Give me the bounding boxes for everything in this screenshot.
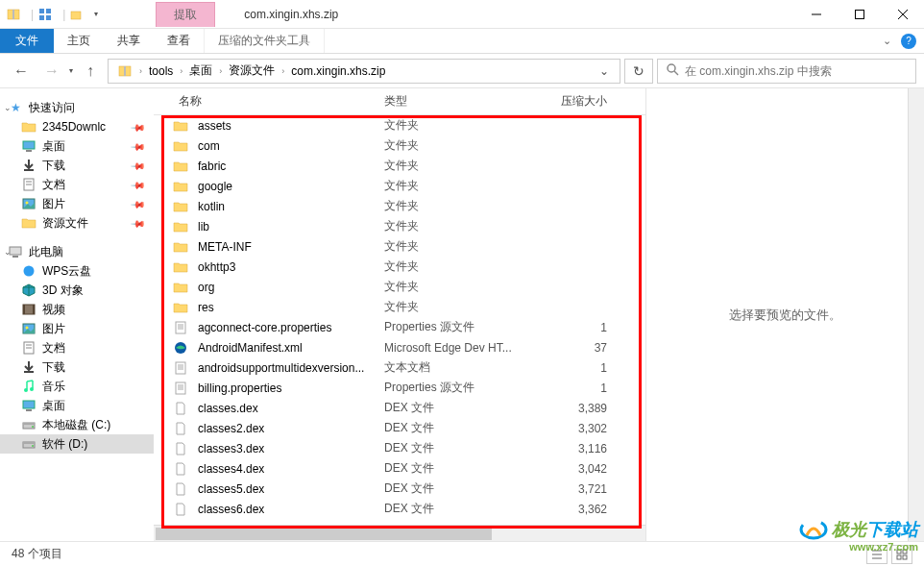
file-row[interactable]: billing.propertiesProperties 源文件1 (154, 378, 645, 398)
file-row[interactable]: assets文件夹 (154, 115, 645, 135)
chevron-right-icon[interactable]: › (137, 66, 144, 76)
chevron-right-icon[interactable]: › (178, 66, 184, 76)
file-menu[interactable]: 文件 (0, 29, 54, 53)
file-name: classes5.dex (198, 482, 384, 496)
sidebar-quick-item[interactable]: 资源文件📌 (0, 213, 154, 233)
breadcrumb-desktop[interactable]: 桌面 (184, 60, 217, 83)
breadcrumb-tools[interactable]: tools (144, 60, 178, 83)
folder-icon (173, 280, 188, 295)
file-icon (173, 441, 188, 456)
chevron-right-icon[interactable]: › (280, 66, 286, 76)
ribbon-bar: 文件 主页 共享 查看 压缩的文件夹工具 ⌄ ? (0, 29, 924, 54)
sidebar-item-label: 文档 (42, 340, 144, 357)
sidebar-item-label: 下载 (42, 359, 144, 376)
minimize-button[interactable] (794, 0, 838, 29)
ribbon-expand-icon[interactable]: ⌄ (883, 35, 891, 47)
file-row[interactable]: google文件夹 (154, 176, 645, 196)
ribbon-tab-home[interactable]: 主页 (54, 29, 104, 53)
refresh-button[interactable]: ↻ (624, 59, 653, 84)
sidebar-pc-item[interactable]: 音乐 (0, 377, 154, 396)
new-folder-icon[interactable] (69, 7, 85, 22)
sidebar-pc-item[interactable]: 下载 (0, 357, 154, 377)
file-row[interactable]: classes4.dexDEX 文件3,042 (154, 458, 645, 479)
file-list[interactable]: assets文件夹com文件夹fabric文件夹google文件夹kotlin文… (154, 115, 645, 525)
file-row[interactable]: classes6.dexDEX 文件3,362 (154, 499, 645, 519)
file-row[interactable]: META-INF文件夹 (154, 236, 645, 257)
sidebar-quick-item[interactable]: 桌面📌 (0, 136, 154, 156)
icons-view-button[interactable] (891, 545, 912, 564)
file-row[interactable]: classes3.dexDEX 文件3,116 (154, 438, 645, 458)
file-type: DEX 文件 (384, 400, 547, 416)
maximize-button[interactable] (838, 0, 881, 29)
qat-dropdown-icon[interactable]: ▾ (94, 10, 98, 18)
sidebar-item-label: 桌面 (42, 398, 144, 414)
properties-icon[interactable] (37, 7, 53, 22)
horizontal-scrollbar[interactable] (154, 525, 645, 541)
back-button[interactable]: ← (8, 58, 35, 85)
sidebar-quick-item[interactable]: 下载📌 (0, 156, 154, 175)
forward-button[interactable]: → (38, 58, 65, 85)
ribbon-tab-view[interactable]: 查看 (154, 29, 204, 53)
svg-rect-42 (176, 322, 185, 333)
address-root-icon[interactable] (112, 60, 137, 83)
file-row[interactable]: res文件夹 (154, 297, 645, 317)
history-dropdown-icon[interactable]: ▾ (69, 66, 73, 75)
expand-icon[interactable]: ⌄ (4, 103, 12, 112)
quick-access-header[interactable]: ⌄ ★ 快速访问 (0, 98, 154, 117)
preview-scrollbar[interactable] (908, 88, 924, 541)
search-input[interactable] (685, 64, 908, 78)
ribbon-tab-compress-tools[interactable]: 压缩的文件夹工具 (204, 29, 325, 53)
file-row[interactable]: com文件夹 (154, 135, 645, 156)
sidebar-pc-item[interactable]: 本地磁盘 (C:) (0, 415, 154, 434)
close-button[interactable] (881, 0, 924, 29)
file-row[interactable]: agconnect-core.propertiesProperties 源文件1 (154, 317, 645, 337)
scrollbar-thumb[interactable] (156, 528, 492, 540)
file-row[interactable]: AndroidManifest.xmlMicrosoft Edge Dev HT… (154, 337, 645, 357)
up-button[interactable]: ↑ (77, 58, 104, 85)
sidebar-pc-item[interactable]: WPS云盘 (0, 261, 154, 281)
column-name[interactable]: 名称 (173, 93, 384, 110)
chevron-right-icon[interactable]: › (217, 66, 224, 76)
address-bar[interactable]: › tools › 桌面 › 资源文件 › com.xingin.xhs.zip… (108, 59, 620, 84)
column-headers: 名称 类型 压缩大小 (154, 88, 645, 115)
file-type: 文件夹 (384, 117, 547, 134)
sidebar-quick-item[interactable]: 图片📌 (0, 194, 154, 213)
file-row[interactable]: classes2.dexDEX 文件3,302 (154, 418, 645, 438)
file-row[interactable]: classes5.dexDEX 文件3,721 (154, 479, 645, 499)
file-row[interactable]: kotlin文件夹 (154, 196, 645, 216)
file-row[interactable]: androidsupportmultidexversion...文本文档1 (154, 357, 645, 378)
breadcrumb-resources[interactable]: 资源文件 (224, 60, 280, 83)
column-type[interactable]: 类型 (384, 93, 547, 110)
sidebar-pc-item[interactable]: 桌面 (0, 396, 154, 415)
sidebar-pc-item[interactable]: 3D 对象 (0, 281, 154, 300)
file-row[interactable]: okhttp3文件夹 (154, 257, 645, 277)
file-type: DEX 文件 (384, 420, 547, 436)
sidebar-quick-item[interactable]: 2345Downlc📌 (0, 117, 154, 136)
file-name: AndroidManifest.xml (198, 341, 384, 355)
download-icon (21, 158, 36, 173)
file-row[interactable]: fabric文件夹 (154, 156, 645, 176)
this-pc-header[interactable]: ⌄ 此电脑 (0, 242, 154, 261)
breadcrumb-zip[interactable]: com.xingin.xhs.zip (286, 60, 390, 83)
search-box[interactable] (657, 59, 916, 84)
image-icon (21, 321, 36, 336)
file-row[interactable]: lib文件夹 (154, 216, 645, 236)
svg-rect-8 (855, 10, 863, 18)
3d-icon (21, 283, 36, 298)
details-view-button[interactable] (866, 545, 888, 564)
column-size[interactable]: 压缩大小 (547, 93, 615, 110)
sidebar-pc-item[interactable]: 视频 (0, 300, 154, 319)
svg-rect-4 (39, 15, 44, 20)
expand-icon[interactable]: ⌄ (4, 247, 12, 257)
file-row[interactable]: classes.dexDEX 文件3,389 (154, 398, 645, 418)
context-tab-extract[interactable]: 提取 (156, 2, 215, 27)
sidebar-pc-item[interactable]: 文档 (0, 338, 154, 357)
sidebar-pc-item[interactable]: 软件 (D:) (0, 434, 154, 454)
sidebar-pc-item[interactable]: 图片 (0, 319, 154, 338)
help-icon[interactable]: ? (901, 34, 916, 49)
address-dropdown-icon[interactable]: ⌄ (593, 60, 616, 83)
ribbon-tab-share[interactable]: 共享 (104, 29, 154, 53)
sidebar-quick-item[interactable]: 文档📌 (0, 175, 154, 194)
svg-rect-47 (176, 362, 185, 374)
file-row[interactable]: org文件夹 (154, 277, 645, 297)
